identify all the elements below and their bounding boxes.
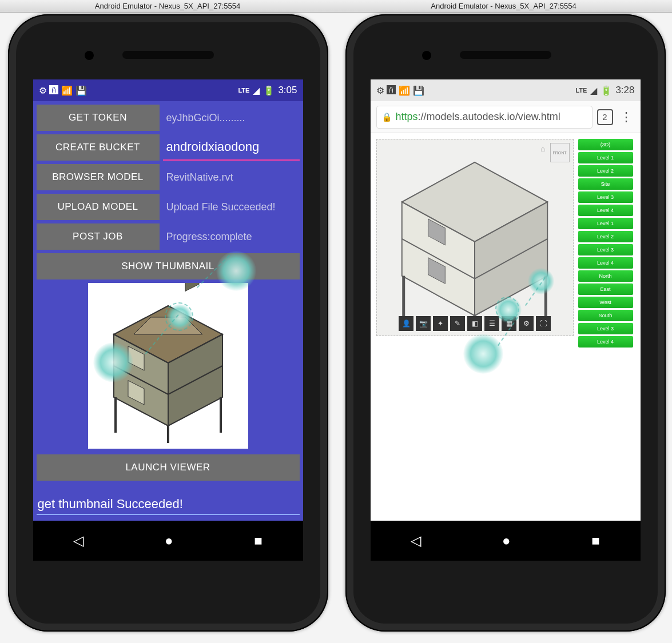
phone-right: ⚙ 🅰 📶 💾 LTE ◢ 🔋 3:28 🔒 https://models.au… <box>341 14 670 632</box>
android-navbar: ◁ ● ■ <box>371 521 641 561</box>
tree-item[interactable]: (3D) <box>578 139 633 150</box>
tree-item[interactable]: Level 1 <box>578 152 633 163</box>
device-camera <box>85 51 94 60</box>
url-bar: 🔒 https://models.autodesk.io/view.html 2… <box>371 101 641 133</box>
show-thumbnail-button[interactable]: SHOW THUMBNAIL <box>37 253 300 279</box>
tree-item[interactable]: North <box>578 270 633 282</box>
tabs-button[interactable]: 2 <box>597 109 613 125</box>
tree-item[interactable]: South <box>578 310 633 321</box>
gear-icon: ⚙ <box>39 85 47 96</box>
app-main: GET TOKEN eyJhbGciOi......... CREATE BUC… <box>33 101 303 521</box>
nav-back-button[interactable]: ◁ <box>411 533 421 549</box>
sd-icon: 💾 <box>75 85 87 96</box>
nav-recent-button[interactable]: ■ <box>591 533 600 549</box>
tree-icon[interactable]: ☰ <box>484 316 499 331</box>
job-status-value: Progress:complete <box>163 223 300 250</box>
person-icon[interactable]: 👤 <box>399 316 413 331</box>
bucket-name-input[interactable]: androidxiaodong <box>163 134 300 161</box>
browser-model-button[interactable]: BROWSER MODEL <box>37 164 160 190</box>
signal-icon: 📶 <box>61 85 73 96</box>
nav-recent-button[interactable]: ■ <box>254 533 263 549</box>
nav-home-button[interactable]: ● <box>165 533 173 549</box>
upload-status-value: Upload File Succeeded! <box>163 194 300 220</box>
tree-item[interactable]: Level 4 <box>578 336 633 348</box>
signal-icon: 📶 <box>399 85 410 96</box>
a-icon: 🅰 <box>49 85 58 95</box>
post-job-button[interactable]: POST JOB <box>37 223 160 250</box>
device-speaker <box>122 51 214 59</box>
lock-icon: 🔒 <box>381 112 392 122</box>
tree-item[interactable]: Level 3 <box>578 191 633 203</box>
cell-icon: ◢ <box>590 85 597 96</box>
launch-viewer-button[interactable]: LAUNCH VIEWER <box>37 454 300 481</box>
home-icon[interactable]: ⌂ <box>540 144 545 153</box>
battery-icon: 🔋 <box>601 85 612 96</box>
token-value: eyJhbGciOi......... <box>163 105 300 131</box>
tree-item[interactable]: Level 4 <box>578 257 633 269</box>
wand-icon[interactable]: ✦ <box>433 316 448 331</box>
tree-item[interactable]: Level 2 <box>578 165 633 177</box>
device-camera <box>422 51 431 60</box>
device-speaker <box>460 51 551 59</box>
nav-home-button[interactable]: ● <box>502 533 511 549</box>
building-icon <box>88 283 248 449</box>
statusbar: ⚙ 🅰 📶 💾 LTE ◢ 🔋 3:28 <box>371 79 641 101</box>
cell-icon: ◢ <box>253 85 260 96</box>
grid-icon[interactable]: ▦ <box>502 316 516 331</box>
gear-icon[interactable]: ⚙ <box>519 316 534 331</box>
model-tree: (3D) Level 1 Level 2 Site Level 3 Level … <box>578 139 633 348</box>
camera-icon[interactable]: 📷 <box>416 316 431 331</box>
get-token-button[interactable]: GET TOKEN <box>37 105 160 131</box>
browser-menu-button[interactable]: ⋮ <box>618 110 635 125</box>
lte-icon: LTE <box>575 87 587 94</box>
view-cube[interactable]: FRONT <box>550 143 570 162</box>
status-message: get thumbnail Succeeded! <box>37 494 300 515</box>
android-navbar: ◁ ● ■ <box>33 521 303 561</box>
url-field[interactable]: 🔒 https://models.autodesk.io/view.html <box>376 106 593 129</box>
tree-item[interactable]: Level 3 <box>578 323 633 334</box>
tree-item[interactable]: Level 3 <box>578 244 633 255</box>
tree-item[interactable]: Level 1 <box>578 218 633 229</box>
lte-icon: LTE <box>238 87 249 94</box>
phone-left: ⚙ 🅰 📶 💾 LTE ◢ 🔋 3:05 GET TOKEN eyJhbGciO… <box>3 14 332 632</box>
tree-item[interactable]: Level 4 <box>578 205 633 216</box>
model-name-value: RevitNative.rvt <box>163 164 300 190</box>
url-rest: ://models.autodesk.io/view.html <box>418 111 560 123</box>
battery-icon: 🔋 <box>263 85 275 96</box>
gear-icon: ⚙ <box>376 85 384 96</box>
viewer-canvas[interactable]: ⌂ FRONT <box>376 139 574 336</box>
svg-rect-9 <box>185 283 199 291</box>
building-render <box>377 139 573 336</box>
tree-item[interactable]: East <box>578 283 633 295</box>
viewer-toolbar: 👤 📷 ✦ ✎ ◧ ☰ ▦ ⚙ ⛶ <box>399 316 551 331</box>
expand-icon[interactable]: ⛶ <box>536 316 551 331</box>
upload-model-button[interactable]: UPLOAD MODEL <box>37 194 160 220</box>
url-scheme: https <box>396 111 418 123</box>
clock: 3:28 <box>615 85 634 96</box>
tree-item[interactable]: Site <box>578 178 633 190</box>
statusbar: ⚙ 🅰 📶 💾 LTE ◢ 🔋 3:05 <box>33 79 303 101</box>
clock: 3:05 <box>278 85 297 96</box>
create-bucket-button[interactable]: CREATE BUCKET <box>37 134 160 161</box>
emulator-titlebar-right: Android Emulator - Nexus_5X_API_27:5554 <box>335 0 672 13</box>
browser: 🔒 https://models.autodesk.io/view.html 2… <box>371 101 641 521</box>
pencil-icon[interactable]: ✎ <box>450 316 465 331</box>
thumbnail-image <box>88 283 248 449</box>
tree-item[interactable]: Level 2 <box>578 231 633 242</box>
tree-item[interactable]: West <box>578 297 633 308</box>
emulator-titlebar-left: Android Emulator - Nexus_5X_API_27:5554 <box>0 0 335 13</box>
nav-back-button[interactable]: ◁ <box>73 533 83 549</box>
sd-icon: 💾 <box>413 85 424 96</box>
cube-icon[interactable]: ◧ <box>467 316 482 331</box>
a-icon: 🅰 <box>387 85 396 95</box>
